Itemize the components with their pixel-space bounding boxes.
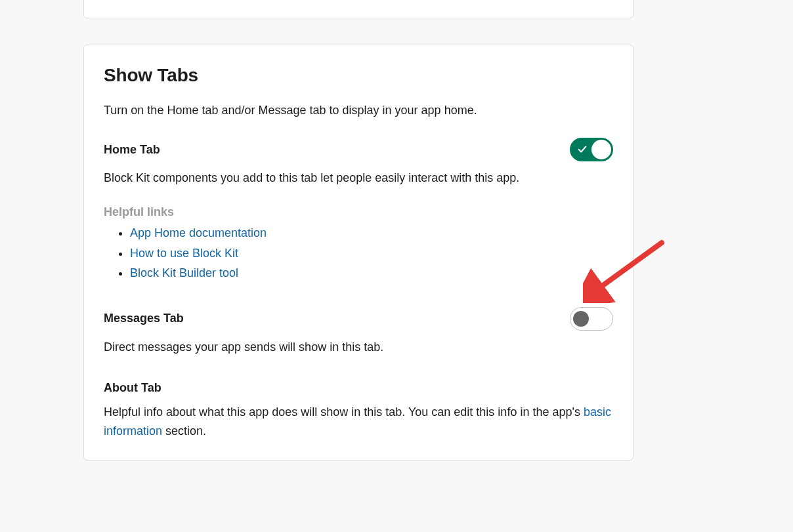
messages-tab-title: Messages Tab [104, 312, 184, 325]
about-tab-title: About Tab [104, 381, 613, 395]
messages-tab-desc: Direct messages your app sends will show… [104, 338, 613, 356]
messages-tab-toggle[interactable] [570, 307, 613, 331]
previous-card-peek [83, 0, 633, 18]
list-item: Block Kit Builder tool [130, 263, 613, 283]
list-item: How to use Block Kit [130, 243, 613, 264]
home-tab-toggle[interactable] [570, 138, 613, 161]
toggle-knob [591, 140, 611, 159]
link-app-home-docs[interactable]: App Home documentation [130, 226, 267, 239]
show-tabs-card: Show Tabs Turn on the Home tab and/or Me… [83, 45, 633, 460]
home-tab-title: Home Tab [104, 143, 160, 157]
messages-tab-header: Messages Tab [104, 307, 613, 331]
messages-tab-section: Messages Tab Direct messages your app se… [104, 307, 613, 356]
home-tab-header: Home Tab [104, 138, 613, 161]
about-tab-section: About Tab Helpful info about what this a… [104, 381, 613, 441]
check-icon [578, 145, 587, 154]
about-desc-after: section. [162, 424, 206, 438]
card-title: Show Tabs [104, 65, 613, 86]
about-tab-desc: Helpful info about what this app does wi… [104, 403, 613, 441]
helpful-links-heading: Helpful links [104, 205, 613, 219]
toggle-knob [573, 311, 589, 327]
home-tab-section: Home Tab Block Kit components you add to… [104, 138, 613, 283]
card-intro: Turn on the Home tab and/or Message tab … [104, 102, 613, 119]
about-desc-before: Helpful info about what this app does wi… [104, 405, 584, 419]
link-block-kit-builder[interactable]: Block Kit Builder tool [130, 266, 238, 279]
link-block-kit-howto[interactable]: How to use Block Kit [130, 247, 238, 260]
home-tab-desc: Block Kit components you add to this tab… [104, 169, 613, 187]
helpful-links-list: App Home documentation How to use Block … [104, 223, 613, 283]
list-item: App Home documentation [130, 223, 613, 243]
